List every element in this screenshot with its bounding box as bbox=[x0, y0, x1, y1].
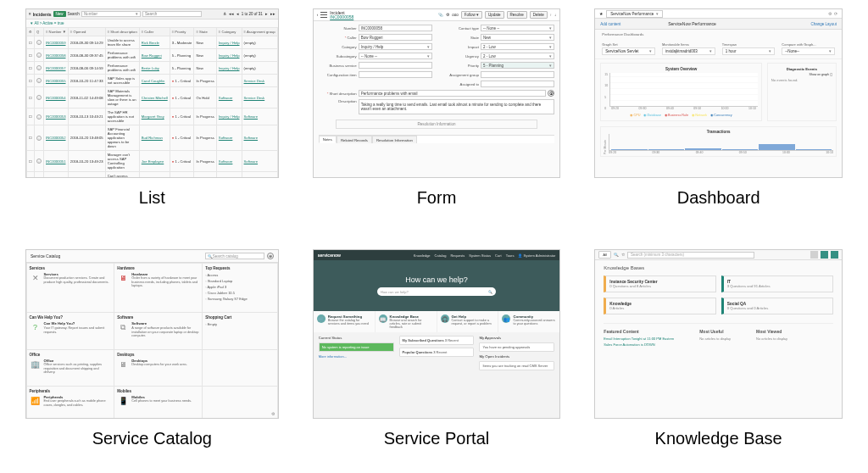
back-icon[interactable]: ★ bbox=[599, 12, 603, 16]
assignment-group-input[interactable] bbox=[481, 71, 554, 78]
search-input[interactable]: Search bbox=[142, 11, 202, 17]
legend-item[interactable]: Network bbox=[692, 113, 707, 117]
row-checkbox[interactable]: ☐ bbox=[27, 87, 35, 109]
show-on-graph-toggle[interactable]: Show on graph ◻ bbox=[771, 73, 832, 76]
refresh-icon[interactable]: ⟳ bbox=[834, 12, 837, 16]
category-input[interactable]: Inquiry / Help bbox=[359, 43, 432, 50]
popular-questions[interactable]: Popular Questions 3 Recent bbox=[399, 348, 475, 357]
new-button[interactable]: New bbox=[53, 11, 66, 17]
subscribed-questions[interactable]: My Subscribed Questions 3 Recent bbox=[399, 336, 475, 345]
caller-link[interactable]: Carol Coughlin bbox=[142, 79, 165, 83]
caller-link[interactable]: Rick Berzle bbox=[142, 41, 159, 45]
settings-icon[interactable]: ⚙ bbox=[446, 13, 449, 17]
portal-card-request-something[interactable]: 🛒Request SomethingBrowse the catalog for… bbox=[314, 311, 375, 332]
nav-cart[interactable]: Cart bbox=[495, 253, 502, 258]
row-checkbox[interactable]: ☐ bbox=[27, 109, 35, 125]
graph-set-select[interactable]: ServiceNow Servlet bbox=[602, 47, 655, 55]
kb-view-card-icon[interactable] bbox=[821, 251, 828, 259]
kb-card-social-qa[interactable]: Social QA0 Questions and 0 Articles bbox=[721, 298, 833, 314]
tab-resolution-information[interactable]: Resolution Information bbox=[372, 136, 417, 143]
col-9[interactable]: ≡ Assignment group bbox=[242, 28, 277, 36]
col-3[interactable]: ≡ Opened bbox=[68, 28, 105, 36]
contact-type-input[interactable]: -- None -- bbox=[481, 25, 554, 31]
number-input[interactable]: INC0000058 bbox=[359, 25, 432, 31]
add-content-link[interactable]: Add content bbox=[600, 22, 620, 26]
col-8[interactable]: ≡ Category bbox=[216, 28, 242, 36]
incident-number-link[interactable]: INC0000053 bbox=[46, 114, 66, 119]
info-icon[interactable]: i bbox=[35, 49, 44, 62]
col-0[interactable]: ⚙ bbox=[27, 28, 35, 36]
featured-link[interactable]: Email Interruption Tonight at 11:00 PM E… bbox=[604, 337, 674, 341]
row-checkbox[interactable]: ☐ bbox=[27, 125, 35, 151]
list-item[interactable]: ◦ Cisco Jabber 10.5 bbox=[205, 290, 275, 296]
priority-input[interactable]: 5 - Planning bbox=[481, 62, 554, 69]
row-checkbox[interactable]: ☐ bbox=[27, 49, 35, 62]
delete-button[interactable]: Delete bbox=[530, 11, 548, 19]
nav-catalog[interactable]: Catalog bbox=[435, 253, 447, 258]
legend-item[interactable]: Database bbox=[643, 113, 660, 117]
next-page-icon[interactable]: ▸ bbox=[265, 12, 268, 16]
info-icon[interactable]: i bbox=[35, 75, 44, 87]
more-info-link[interactable]: More information... bbox=[319, 354, 347, 359]
catalog-card-desktops[interactable]: Desktops🖥DesktopsDesktop computers for y… bbox=[114, 349, 203, 387]
incident-number-link[interactable]: INC0000051 bbox=[46, 159, 66, 164]
col-4[interactable]: ≡ Short description bbox=[105, 28, 139, 36]
kb-card-knowledge[interactable]: Knowledge0 Articles bbox=[604, 298, 715, 314]
configuration-item-input[interactable] bbox=[359, 71, 432, 78]
kb-card-it[interactable]: IT3 Questions and 91 Articles bbox=[721, 275, 833, 292]
list-item[interactable]: ◦ Empty bbox=[205, 321, 275, 327]
info-icon[interactable]: i bbox=[35, 87, 44, 109]
impact-input[interactable]: 2 - Low bbox=[481, 43, 554, 50]
table-row[interactable]: ☐iINC00000512018-10-20 13:49:23Manager c… bbox=[27, 151, 278, 172]
table-row[interactable]: ☐iINC00000582018-08-30 09:37:45Performan… bbox=[27, 49, 278, 62]
attachment-icon[interactable]: 📎 bbox=[438, 13, 443, 17]
back-icon[interactable]: ‹ bbox=[317, 13, 319, 17]
info-icon[interactable]: i bbox=[35, 125, 44, 151]
more-icon[interactable]: ooo bbox=[452, 13, 459, 17]
nav-system-status[interactable]: System Status bbox=[469, 253, 491, 258]
change-layout-link[interactable]: Change Layout bbox=[810, 22, 837, 26]
nav-down-icon[interactable]: ↓ bbox=[554, 13, 556, 17]
incident-number-link[interactable]: INC0000055 bbox=[46, 79, 66, 83]
col-1[interactable]: Q bbox=[35, 28, 44, 36]
dashboard-selector[interactable]: ServiceNow Performance bbox=[606, 10, 663, 18]
prev-page-icon[interactable]: ◂ bbox=[236, 12, 239, 16]
legend-item[interactable]: Concurrency bbox=[710, 113, 732, 117]
nav-up-icon[interactable]: ↑ bbox=[550, 13, 552, 17]
business-service-input[interactable] bbox=[359, 62, 432, 69]
portal-search-input[interactable]: How can we help?🔍 bbox=[377, 287, 496, 296]
urgency-input[interactable]: 2 - Low bbox=[481, 53, 554, 59]
assigned-to-input[interactable] bbox=[481, 81, 554, 87]
info-icon[interactable]: i bbox=[35, 62, 44, 75]
row-checkbox[interactable]: ☐ bbox=[27, 151, 35, 172]
resolve-button[interactable]: Resolve bbox=[507, 11, 527, 19]
activity-icon[interactable]: ⋔ bbox=[223, 12, 226, 16]
tab-notes[interactable]: Notes bbox=[319, 136, 337, 143]
catalog-card-mobiles[interactable]: Mobiles📱MobilesCell phones to meet your … bbox=[114, 386, 203, 419]
caller-input[interactable]: Bow Ruggeri bbox=[359, 34, 432, 41]
incident-number-link[interactable]: INC0000054 bbox=[46, 96, 66, 100]
incident-number-link[interactable]: INC0000052 bbox=[46, 136, 66, 140]
record-number-link[interactable]: INC0000058 bbox=[330, 15, 353, 19]
legend-item[interactable]: Business Rule bbox=[665, 113, 688, 117]
info-icon[interactable]: i bbox=[35, 172, 44, 179]
tab-related-records[interactable]: Related Records bbox=[337, 136, 372, 143]
description-textarea[interactable]: Taking a really long time to send emails… bbox=[359, 99, 555, 114]
incident-number-link[interactable]: INC0000058 bbox=[46, 53, 66, 58]
search-field-select[interactable]: Number▾ bbox=[81, 11, 141, 17]
col-7[interactable]: ≡ State bbox=[194, 28, 216, 36]
hamburger-icon[interactable] bbox=[320, 12, 327, 19]
subcategory-input[interactable]: -- None -- bbox=[359, 53, 432, 59]
caller-link[interactable]: Joe Employee bbox=[142, 159, 164, 164]
info-icon[interactable]: i bbox=[35, 109, 44, 125]
table-row[interactable]: ☐iINC00000592018-09-30 09:14:29Unable to… bbox=[27, 36, 278, 49]
list-item[interactable]: ◦ Apple iPad 3 bbox=[205, 284, 275, 290]
caller-link[interactable]: Bud Richman bbox=[142, 136, 163, 140]
info-icon[interactable]: i bbox=[35, 151, 44, 172]
catalog-card-software[interactable]: Software⧉SoftwareA range of software pro… bbox=[114, 312, 203, 349]
catalog-card-hardware[interactable]: Hardware🖥HardwareOrder from a variety of… bbox=[114, 263, 203, 314]
col-5[interactable]: ≡ Caller bbox=[139, 28, 170, 36]
timespan-select[interactable]: 1 hour bbox=[722, 47, 776, 55]
caller-link[interactable]: Bertie Luby bbox=[142, 66, 159, 70]
catalog-search-input[interactable]: 🔍 Search catalog bbox=[205, 253, 264, 259]
